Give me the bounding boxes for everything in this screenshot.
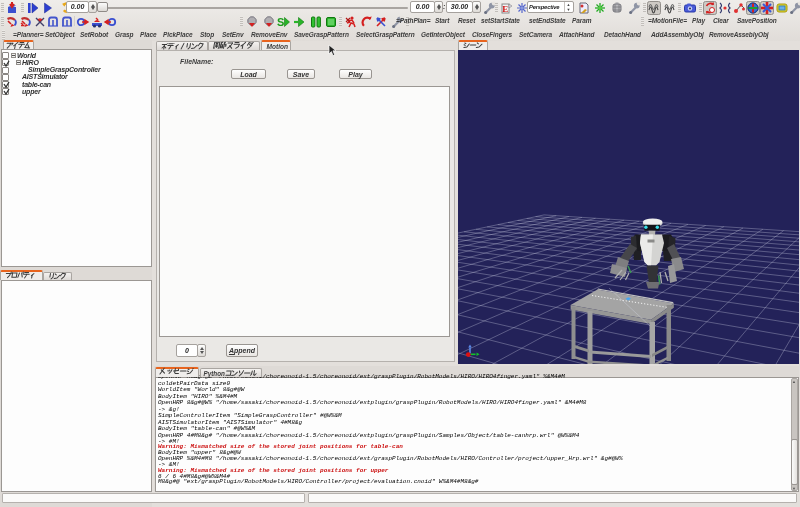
svg-text:S: S (277, 16, 284, 28)
svg-text:E: E (502, 4, 508, 14)
